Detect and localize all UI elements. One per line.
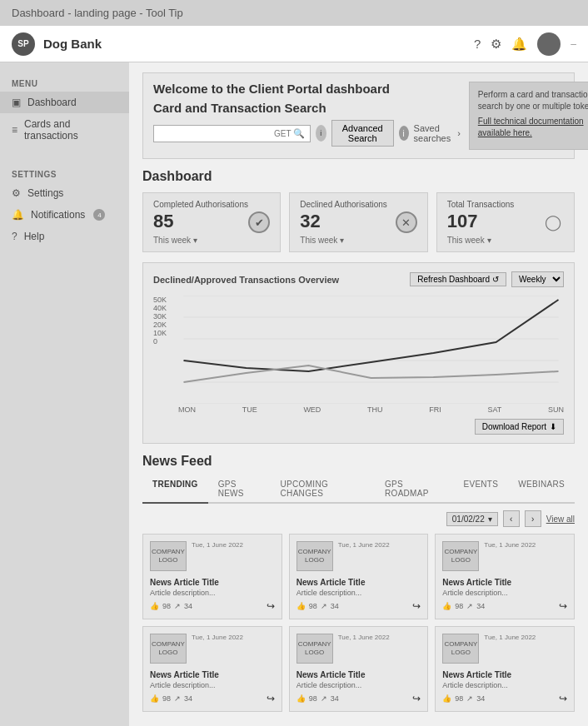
news-card-desc: Article description... — [150, 681, 275, 689]
tech-docs-link[interactable]: Full technical documentation available h… — [478, 117, 584, 137]
help-nav-icon: ? — [12, 231, 17, 242]
company-logo: COMPANYLOGO — [442, 541, 479, 571]
tab-gps-news[interactable]: GPS NEWS — [208, 475, 271, 502]
company-logo: COMPANYLOGO — [442, 634, 479, 664]
tab-roadmap[interactable]: GPS ROADMAP — [375, 475, 453, 502]
saved-searches-link[interactable]: Saved searches › — [414, 123, 461, 143]
like-count: 98 — [162, 602, 171, 610]
company-logo: COMPANYLOGO — [296, 541, 333, 571]
chevron-down-icon: ▾ — [340, 236, 344, 245]
list-item: COMPANYLOGO Tue, 1 June 2022 News Articl… — [142, 626, 282, 712]
news-card-footer: 👍 98 ↗ 34 ↪ — [442, 600, 567, 612]
share-icon[interactable]: ↗ — [321, 694, 327, 703]
download-report-button[interactable]: Download Report ⬇ — [475, 419, 564, 435]
window-title: Dashboard - landing page - Tool Tip — [12, 7, 183, 19]
thumbs-up-icon[interactable]: 👍 — [442, 694, 451, 703]
news-card-actions: 👍 98 ↗ 34 — [442, 602, 485, 610]
bookmark-icon[interactable]: ↪ — [559, 600, 567, 612]
advanced-search-button[interactable]: Advanced Search — [331, 120, 394, 147]
like-count: 98 — [309, 694, 317, 703]
search-left: Welcome to the Client Portal dashboard C… — [153, 82, 461, 150]
share-count: 34 — [476, 602, 485, 610]
next-page-button[interactable]: › — [525, 510, 541, 527]
refresh-dashboard-button[interactable]: Refresh Dashboard ↺ — [410, 272, 506, 286]
company-logo: COMPANYLOGO — [150, 541, 187, 571]
tab-trending[interactable]: TRENDING — [142, 475, 208, 504]
topbar-logo: SP — [12, 32, 35, 56]
dashboard-section: Dashboard Completed Authorisations 85 Th… — [142, 169, 575, 444]
settings-section-label: SETTINGS — [0, 163, 129, 182]
sidebar-item-dashboard[interactable]: ▣ Dashboard — [0, 92, 129, 113]
stat-declined-period: This week ▾ — [300, 236, 395, 245]
news-card-title[interactable]: News Article Title — [442, 670, 567, 679]
share-icon[interactable]: ↗ — [321, 602, 327, 610]
news-card-title[interactable]: News Article Title — [150, 670, 275, 679]
sidebar-item-label: Settings — [27, 187, 63, 199]
stat-completed-info: Completed Authorisations 85 This week ▾ — [153, 200, 248, 245]
chart-controls: Refresh Dashboard ↺ Weekly — [410, 271, 564, 287]
bookmark-icon[interactable]: ↪ — [267, 600, 275, 612]
cards-icon: ≡ — [12, 124, 17, 136]
news-card-title[interactable]: News Article Title — [296, 670, 421, 679]
thumbs-up-icon[interactable]: 👍 — [442, 602, 451, 610]
bookmark-icon[interactable]: ↪ — [267, 693, 275, 704]
search-input-wrap[interactable]: GET 🔍 — [153, 125, 311, 142]
topbar-icons: ? ⚙ 🔔 – — [474, 32, 576, 56]
share-count: 34 — [184, 694, 192, 703]
sidebar-item-help[interactable]: ? Help — [0, 226, 129, 247]
news-card-title[interactable]: News Article Title — [150, 578, 275, 587]
period-select[interactable]: Weekly — [511, 271, 564, 287]
avatar[interactable] — [537, 32, 561, 56]
bookmark-icon[interactable]: ↪ — [559, 693, 567, 704]
stat-declined-label: Declined Authorisations — [300, 200, 395, 209]
sidebar-item-label: Notifications — [31, 209, 85, 221]
stat-total-period: This week ▾ — [447, 236, 542, 245]
sidebar-item-cards[interactable]: ≡ Cards and transactions — [0, 113, 129, 147]
share-count: 34 — [331, 694, 339, 703]
sidebar-item-notifications[interactable]: 🔔 Notifications 4 — [0, 204, 129, 226]
news-card-info: Tue, 1 June 2022 — [484, 541, 567, 551]
like-count: 98 — [455, 694, 463, 703]
info-icon[interactable]: i — [399, 126, 409, 141]
like-count: 98 — [455, 602, 463, 610]
layout: MENU ▣ Dashboard ≡ Cards and transaction… — [0, 62, 588, 726]
thumbs-up-icon[interactable]: 👍 — [296, 602, 306, 610]
notifications-icon[interactable]: 🔔 — [511, 37, 527, 52]
bookmark-icon[interactable]: ↪ — [412, 600, 421, 612]
news-card-actions: 👍 98 ↗ 34 — [296, 602, 339, 610]
main-content: Welcome to the Client Portal dashboard C… — [129, 62, 588, 726]
share-icon[interactable]: ↗ — [466, 694, 473, 703]
share-icon[interactable]: ↗ — [174, 602, 181, 610]
list-item: COMPANYLOGO Tue, 1 June 2022 News Articl… — [142, 534, 282, 619]
news-card-desc: Article description... — [150, 589, 275, 597]
share-icon[interactable]: ↗ — [174, 694, 181, 703]
news-card-actions: 👍 98 ↗ 34 — [150, 694, 192, 703]
news-card-desc: Article description... — [296, 681, 421, 689]
thumbs-up-icon[interactable]: 👍 — [150, 602, 159, 610]
date-filter[interactable]: 01/02/22 ▾ — [446, 512, 498, 526]
search-circle-icon[interactable]: i — [316, 125, 326, 142]
bookmark-icon[interactable]: ↪ — [412, 693, 421, 704]
like-count: 98 — [162, 694, 171, 703]
settings-icon[interactable]: ⚙ — [491, 37, 501, 52]
chart-container: 50K 40K 30K 20K 10K 0 — [153, 296, 564, 414]
tab-webinars[interactable]: WEBINARS — [508, 475, 575, 502]
news-tabs: TRENDING GPS NEWS UPCOMING CHANGES GPS R… — [142, 475, 575, 504]
news-card-actions: 👍 98 ↗ 34 — [296, 694, 339, 703]
sidebar-item-settings[interactable]: ⚙ Settings — [0, 182, 129, 204]
view-all-link[interactable]: View all — [546, 515, 575, 524]
share-icon[interactable]: ↗ — [466, 602, 473, 610]
search-input[interactable] — [159, 128, 274, 138]
tab-events[interactable]: EVENTS — [453, 475, 508, 502]
news-card-desc: Article description... — [442, 681, 567, 689]
news-card-title[interactable]: News Article Title — [442, 578, 567, 587]
thumbs-up-icon[interactable]: 👍 — [150, 694, 159, 703]
news-card-title[interactable]: News Article Title — [296, 578, 421, 587]
thumbs-up-icon[interactable]: 👍 — [296, 694, 306, 703]
sidebar-divider — [0, 147, 129, 163]
chart-inner: 50K 40K 30K 20K 10K 0 — [153, 296, 564, 404]
tab-upcoming[interactable]: UPCOMING CHANGES — [271, 475, 375, 502]
prev-page-button[interactable]: ‹ — [503, 510, 520, 527]
chart-header: Declined/Approved Transactions Overview … — [153, 271, 564, 287]
help-icon[interactable]: ? — [474, 37, 481, 51]
